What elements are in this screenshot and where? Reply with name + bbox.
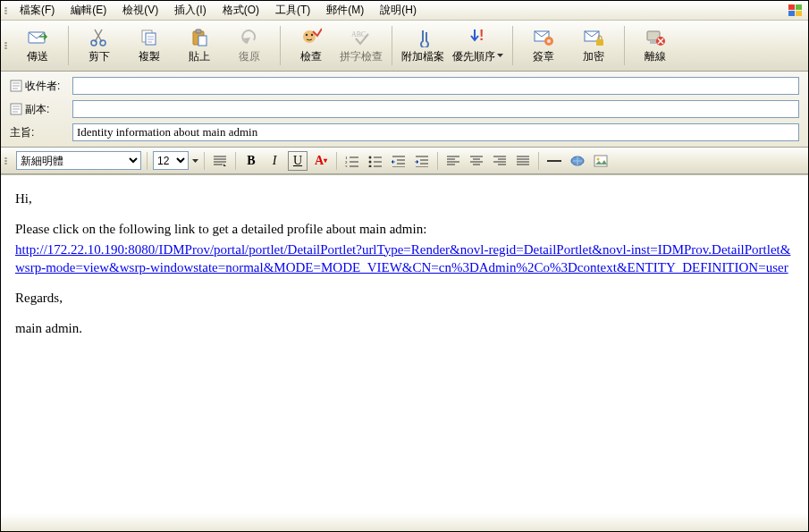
send-icon	[27, 28, 48, 47]
priority-icon: !	[467, 28, 488, 47]
attach-icon	[412, 28, 434, 47]
dropdown-icon[interactable]	[192, 159, 198, 163]
undo-icon	[239, 28, 260, 47]
italic-button[interactable]: I	[265, 151, 284, 171]
align-left-button[interactable]	[443, 151, 463, 171]
copy-icon	[139, 28, 160, 47]
copy-button[interactable]: 複製	[124, 22, 174, 69]
svg-text:ABC: ABC	[351, 30, 366, 38]
svg-point-30	[369, 156, 372, 158]
align-justify-button[interactable]	[513, 151, 533, 171]
menu-bar: 檔案(F) 編輯(E) 檢視(V) 插入(I) 格式(O) 工具(T) 郵件(M…	[1, 1, 808, 21]
underline-button[interactable]: U	[288, 151, 308, 171]
svg-text:3: 3	[345, 165, 348, 167]
svg-point-14	[311, 33, 313, 35]
image-button[interactable]	[591, 151, 611, 171]
offline-icon	[645, 28, 666, 47]
format-toolbar: 新細明體 12 B I U A▾ 123	[1, 148, 808, 174]
svg-point-13	[306, 33, 308, 35]
grip-icon	[4, 157, 9, 165]
check-button[interactable]: 檢查	[286, 22, 336, 69]
svg-point-32	[369, 165, 372, 167]
menu-help[interactable]: 說明(H)	[373, 1, 424, 20]
svg-text:!: !	[479, 28, 484, 43]
message-body[interactable]: Hi, Please click on the following link t…	[1, 174, 808, 532]
encrypt-button[interactable]: 加密	[569, 22, 619, 69]
bold-button[interactable]: B	[241, 151, 261, 171]
cc-label[interactable]: 副本:	[10, 102, 72, 117]
encrypt-icon	[583, 28, 604, 47]
body-link[interactable]: http://172.22.10.190:8080/IDMProv/portal…	[15, 242, 790, 274]
to-input[interactable]	[72, 77, 799, 95]
bullet-list-button[interactable]	[366, 151, 385, 171]
cut-button[interactable]: 剪下	[74, 22, 124, 69]
svg-rect-1	[796, 4, 802, 10]
svg-point-31	[369, 160, 372, 163]
sign-icon	[533, 28, 554, 47]
hr-button[interactable]	[544, 151, 564, 171]
dropdown-icon	[497, 54, 503, 57]
svg-rect-21	[596, 39, 603, 46]
font-color-button[interactable]: A▾	[311, 151, 331, 171]
address-book-icon	[10, 103, 22, 115]
subject-input[interactable]	[72, 123, 799, 141]
font-select[interactable]: 新細明體	[16, 151, 141, 170]
spell-icon: ABC	[350, 28, 372, 47]
menu-tools[interactable]: 工具(T)	[268, 1, 317, 20]
svg-rect-11	[198, 36, 206, 46]
menu-edit[interactable]: 編輯(E)	[63, 1, 114, 20]
svg-rect-23	[650, 41, 657, 44]
svg-point-19	[547, 39, 551, 43]
check-icon	[300, 28, 322, 47]
paste-button[interactable]: 貼上	[174, 22, 224, 69]
header-fields: 收件者: 副本: 主旨:	[1, 72, 808, 148]
menu-view[interactable]: 檢視(V)	[115, 1, 165, 20]
body-signature: main admin.	[15, 319, 794, 337]
grip-icon	[4, 22, 9, 69]
undo-button[interactable]: 復原	[224, 22, 274, 69]
body-regards: Regards,	[15, 289, 794, 307]
body-intro: Please click on the following link to ge…	[15, 220, 794, 238]
menu-insert[interactable]: 插入(I)	[167, 1, 213, 20]
offline-button[interactable]: 離線	[630, 22, 680, 69]
body-greeting: Hi,	[15, 190, 794, 207]
svg-rect-0	[788, 4, 795, 10]
menu-mail[interactable]: 郵件(M)	[319, 1, 371, 20]
svg-point-6	[100, 40, 105, 46]
link-button[interactable]	[568, 151, 587, 171]
menu-format[interactable]: 格式(O)	[215, 1, 266, 20]
subject-label: 主旨:	[10, 125, 72, 140]
svg-rect-34	[594, 156, 607, 166]
cut-icon	[88, 28, 110, 47]
numbered-list-button[interactable]: 123	[342, 151, 362, 171]
svg-rect-3	[796, 11, 802, 16]
indent-button[interactable]	[412, 151, 432, 171]
grip-icon	[4, 4, 9, 18]
svg-rect-10	[196, 30, 201, 33]
align-center-button[interactable]	[467, 151, 486, 171]
address-book-icon	[10, 80, 22, 92]
spell-button[interactable]: ABC 拼字檢查	[336, 22, 386, 69]
menu-file[interactable]: 檔案(F)	[13, 1, 62, 20]
size-select[interactable]: 12	[153, 151, 189, 170]
priority-button[interactable]: ! 優先順序	[448, 22, 507, 69]
sign-button[interactable]: 簽章	[518, 22, 569, 69]
main-toolbar: 傳送 剪下 複製 貼上 復原 檢查 ABC 拼字檢查	[1, 21, 808, 72]
para-style-button[interactable]	[210, 151, 230, 171]
outdent-button[interactable]	[389, 151, 409, 171]
windows-flag-icon	[787, 3, 805, 19]
align-right-button[interactable]	[490, 151, 510, 171]
svg-point-35	[597, 157, 600, 160]
paste-icon	[189, 28, 210, 47]
cc-input[interactable]	[72, 100, 799, 118]
send-button[interactable]: 傳送	[13, 22, 63, 69]
svg-rect-2	[788, 11, 795, 16]
to-label[interactable]: 收件者:	[10, 79, 72, 94]
svg-point-5	[91, 40, 97, 46]
attach-button[interactable]: 附加檔案	[398, 22, 448, 69]
status-bar	[1, 513, 808, 531]
